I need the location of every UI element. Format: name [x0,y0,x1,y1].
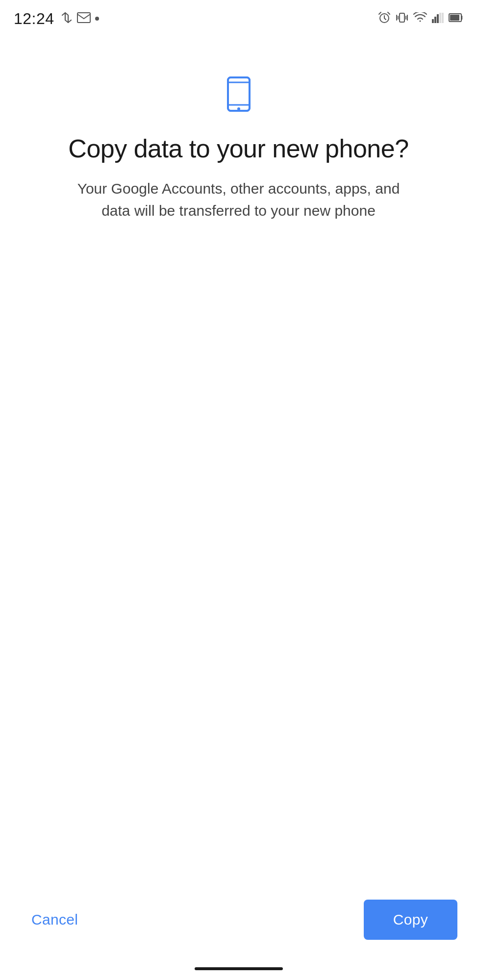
page-subtitle: Your Google Accounts, other accounts, ap… [67,177,410,222]
status-icons-left [60,12,100,25]
status-bar-left: 12:24 [14,10,100,28]
battery-icon [449,12,463,25]
arrow-transfer-icon [60,12,73,25]
smartphone-icon [219,107,258,115]
bottom-actions: Cancel Copy [0,884,477,959]
svg-rect-5 [434,17,436,23]
svg-rect-8 [442,13,444,23]
page-title: Copy data to your new phone? [68,133,408,164]
svg-rect-10 [450,15,459,21]
svg-rect-6 [437,14,439,23]
svg-rect-3 [400,13,404,22]
status-bar-right [378,11,463,26]
gmail-icon [77,12,91,25]
home-indicator-bar [195,967,283,970]
svg-point-1 [95,17,99,21]
main-content: Copy data to your new phone? Your Google… [0,35,477,479]
svg-rect-0 [77,13,90,23]
notification-dot-icon [95,14,100,23]
vibrate-icon [396,11,408,26]
svg-rect-7 [439,13,441,23]
signal-icon [432,12,444,25]
status-time: 12:24 [14,10,54,28]
copy-button[interactable]: Copy [364,900,457,940]
svg-rect-4 [432,19,434,23]
phone-icon-container [219,75,258,116]
alarm-icon [378,11,391,26]
svg-point-16 [237,107,240,110]
status-bar: 12:24 [0,0,477,35]
wifi-icon [413,12,427,25]
cancel-button[interactable]: Cancel [20,902,90,938]
home-indicator [0,959,477,980]
